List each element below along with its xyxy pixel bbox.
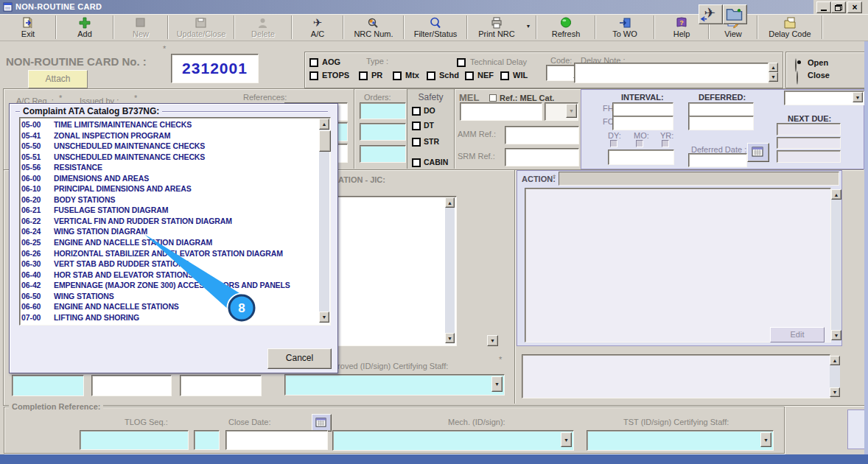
type-pr-checkbox[interactable] — [359, 71, 368, 80]
tlog-seq-suffix-input[interactable] — [194, 430, 220, 450]
signoff-field-1[interactable] — [12, 375, 84, 396]
safety-dt-checkbox[interactable] — [412, 122, 421, 130]
safety-do-checkbox[interactable] — [412, 107, 421, 116]
spinner-up-icon[interactable]: ▲ — [769, 63, 778, 72]
close-date-calendar-button[interactable] — [312, 414, 332, 432]
mo-checkbox[interactable] — [636, 140, 643, 147]
deferred-date-calendar-button[interactable] — [747, 143, 769, 162]
dy-checkbox[interactable] — [610, 140, 617, 147]
ata-list-scrollbar[interactable]: ▲ ▼ — [319, 119, 329, 323]
action-textarea[interactable] — [525, 188, 831, 342]
delay-note-input[interactable] — [574, 63, 769, 83]
chevron-down-icon[interactable]: ▼ — [491, 376, 503, 392]
jic-scrollbar[interactable]: ▲ ▼ — [445, 197, 455, 343]
delay-note-spinner[interactable]: ▲ ▼ — [769, 63, 778, 82]
toolbar-button-to-wo[interactable]: To WO — [598, 15, 651, 39]
scroll-down-icon[interactable]: ▼ — [830, 387, 840, 397]
scrollbar-thumb[interactable] — [319, 130, 331, 152]
ata-list-item[interactable]: 06-00 DIMENSIONS AND AREAS — [21, 173, 316, 184]
scroll-down-icon[interactable]: ▼ — [445, 333, 455, 343]
scroll-up-icon[interactable]: ▲ — [319, 119, 329, 130]
cancel-button[interactable]: Cancel — [267, 348, 332, 369]
toolbar-button-nrc-num[interactable]: NRC Num. — [346, 15, 401, 39]
interval-fh-input[interactable] — [612, 102, 673, 117]
approved-combo[interactable]: ▼ — [284, 374, 505, 396]
scroll-up-icon[interactable]: ▲ — [830, 356, 840, 365]
ata-list-item[interactable]: 06-26 HORIZONTAL STABILIZER AND ELEVATOR… — [21, 248, 316, 259]
minimize-button[interactable] — [816, 1, 831, 13]
ata-list-item[interactable]: 06-10 PRINCIPAL DIMENSIONS AND AREAS — [21, 183, 316, 194]
ata-list-item[interactable]: 05-50 UNSCHEDULED MAINTENANCE CHECKS — [21, 141, 316, 152]
deferred-date-input[interactable] — [688, 153, 747, 167]
srm-ref-input[interactable] — [505, 148, 579, 166]
toolbar-button-refresh[interactable]: Refresh — [539, 15, 592, 39]
amm-ref-input[interactable] — [505, 126, 579, 144]
ata-list-item[interactable]: 06-22 VERTICAL FIN AND RUDDER STATION DI… — [21, 216, 316, 227]
close-date-input[interactable] — [225, 430, 328, 450]
ata-list-item[interactable]: 06-25 ENGINE AND NACELLE STATION DIAGRAM — [21, 237, 316, 248]
mech-combo[interactable]: ▼ — [332, 430, 574, 451]
ata-list-item[interactable]: 06-50 WING STATIONS — [21, 291, 316, 302]
quick-aircraft-button[interactable]: ✈ — [699, 4, 723, 24]
type-schd-checkbox[interactable] — [427, 71, 435, 80]
chevron-down-icon[interactable]: ▼ — [561, 432, 572, 447]
scroll-down-icon[interactable]: ▼ — [319, 312, 329, 323]
quick-add-folder-button[interactable] — [723, 4, 747, 24]
deferred-fh-input[interactable] — [688, 102, 754, 117]
remarks-scrollbar[interactable]: ▲ ▼ — [830, 356, 840, 397]
ata-list-item[interactable]: 06-30 VERT STAB ABD RUDDER STATIONS — [21, 259, 316, 270]
type-nef-checkbox[interactable] — [465, 71, 474, 80]
aog-checkbox[interactable] — [309, 58, 318, 67]
deferred-fc-input[interactable] — [688, 116, 754, 130]
spinner-down-icon[interactable]: ▼ — [769, 72, 778, 82]
interval-fc-input[interactable] — [612, 116, 673, 130]
ata-list-item[interactable]: 05-41 ZONAL INSPECTION PROGRAM — [21, 130, 316, 141]
signoff-field-3[interactable] — [180, 375, 262, 396]
mel-cat-dropdown[interactable]: ▼ — [545, 102, 578, 121]
scroll-up-icon[interactable]: ▲ — [445, 197, 455, 208]
chevron-down-icon[interactable]: ▼ — [566, 104, 577, 118]
status-close-radio[interactable] — [797, 71, 798, 85]
restore-button[interactable] — [831, 1, 846, 13]
status-open-radio[interactable] — [795, 58, 797, 72]
type-mtx-checkbox[interactable] — [393, 71, 402, 80]
tst-combo[interactable]: ▼ — [587, 430, 774, 451]
ata-list-item[interactable]: 06-21 FUSELAGE STATION DIAGRAM — [21, 205, 316, 216]
safety-str-checkbox[interactable] — [412, 138, 421, 147]
ata-list-item[interactable]: 06-24 WING STATION DIAGRAM — [21, 226, 316, 237]
toolbar-button-add[interactable]: Add — [59, 15, 111, 39]
chevron-down-icon[interactable]: ▼ — [760, 432, 771, 447]
toolbar-button-print-nrc[interactable]: Print NRC — [470, 15, 523, 39]
scroll-up-icon[interactable]: ▲ — [831, 189, 841, 200]
ata-listbox[interactable]: 05-00 TIME LIMITS/MAINTENANCE CHECKS 05-… — [19, 117, 331, 326]
attach-button[interactable]: Attach — [28, 70, 88, 88]
ata-list-item[interactable]: 07-00 LIFTING AND SHORING — [21, 312, 316, 322]
chevron-down-icon[interactable]: ▼ — [853, 92, 863, 102]
toolbar-button-delay-code[interactable]: Delay Code — [760, 15, 819, 39]
toolbar-button-ac[interactable]: ✈ A/C — [295, 15, 340, 39]
etops-checkbox[interactable] — [309, 71, 318, 80]
safety-cabin-checkbox[interactable] — [412, 158, 421, 167]
ata-list-item[interactable]: 06-60 ENGINE AND NACELLE STATIONS — [21, 301, 316, 312]
remarks-textarea[interactable] — [522, 354, 830, 398]
ata-list-item[interactable]: 05-51 UNSCHEDULED MAINTENANCE CHECKS — [21, 152, 316, 163]
yr-checkbox[interactable] — [662, 140, 669, 147]
action-scrollbar[interactable]: ▲ ▼ — [831, 189, 841, 340]
toolbar-button-filter-status[interactable]: Filter/Status — [407, 15, 464, 39]
ata-list-item[interactable]: 05-56 RESISTANCE — [21, 162, 316, 173]
print-nrc-dropdown[interactable]: ▼ — [523, 15, 533, 39]
mel-input[interactable] — [460, 102, 542, 121]
ata-list-item[interactable]: 06-20 BODY STATIONS — [21, 194, 316, 205]
ata-list-item[interactable]: 05-00 TIME LIMITS/MAINTENANCE CHECKS — [21, 119, 316, 130]
order-field-3[interactable] — [360, 145, 406, 163]
order-field-1[interactable] — [360, 102, 406, 119]
deferral-dropdown[interactable]: ▼ — [784, 91, 864, 105]
mel-ref-checkbox[interactable] — [489, 94, 497, 102]
type-wil-checkbox[interactable] — [500, 71, 509, 80]
close-button[interactable]: × — [847, 1, 862, 13]
signoff-field-2[interactable] — [91, 375, 172, 396]
toolbar-button-exit[interactable]: Exit — [3, 15, 53, 39]
scroll-down-icon[interactable]: ▼ — [487, 335, 498, 346]
ata-list-item[interactable]: 06-42 EMPENNAGE (MAJOR ZONE 300) ACCESS … — [21, 280, 316, 291]
technical-delay-checkbox[interactable] — [457, 58, 466, 67]
